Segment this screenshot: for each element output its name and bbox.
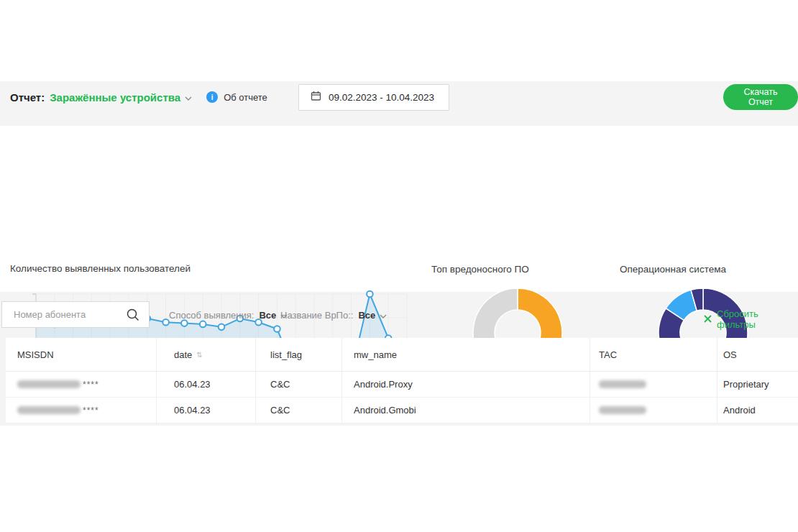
date-range-text: 09.02.2023 - 10.04.2023 xyxy=(329,92,434,103)
dashboard-page: Отчет: Заражённые устройства i Об отчете… xyxy=(0,0,798,532)
about-report[interactable]: i Об отчете xyxy=(206,91,267,103)
search-input[interactable] xyxy=(2,302,123,327)
list-flag-cell: C&C xyxy=(255,398,341,423)
msisdn-blurred xyxy=(17,406,81,414)
table-row: **** 06.04.23 C&C Android.Proxy Propriet… xyxy=(6,372,798,398)
msisdn-mask: **** xyxy=(83,405,99,416)
os-donut-title: Операционная система xyxy=(620,264,726,275)
tac-blurred xyxy=(599,406,646,414)
calendar-icon xyxy=(311,91,321,104)
charts-card: Количество выявленных пользователей 17 м… xyxy=(0,126,798,292)
date-cell: 06.04.23 xyxy=(156,398,255,423)
filter-label: Название ВрПо:: xyxy=(280,310,353,321)
close-icon xyxy=(704,313,712,326)
column-header-tac: TAC xyxy=(590,338,717,371)
msisdn-cell: **** xyxy=(6,398,156,423)
filter-label: Способ выявления: xyxy=(169,310,254,321)
list-flag-cell: C&C xyxy=(255,372,341,397)
table-header-row: MSISDN date ⇅ list_flag mw_name TAC OS xyxy=(6,338,798,372)
tac-cell xyxy=(590,372,717,397)
os-cell: Android xyxy=(717,398,798,423)
chevron-down-icon xyxy=(380,308,387,321)
table-row: **** 06.04.23 C&C Android.Gmobi Android xyxy=(6,398,798,423)
malware-name-filter[interactable]: Название ВрПо:: Все xyxy=(280,308,387,321)
column-header-list-flag: list_flag xyxy=(255,338,341,371)
mw-name-cell: Android.Proxy xyxy=(341,372,590,397)
filter-value: Все xyxy=(358,310,375,321)
malware-donut-title: Топ вредоносного ПО xyxy=(431,264,529,275)
tac-cell xyxy=(590,398,717,423)
infected-devices-table: MSISDN date ⇅ list_flag mw_name TAC OS *… xyxy=(6,338,798,423)
date-range-picker[interactable]: 09.02.2023 - 10.04.2023 xyxy=(298,84,449,111)
sort-icon: ⇅ xyxy=(196,351,202,359)
detection-method-filter[interactable]: Способ выявления: Все xyxy=(169,308,288,321)
mw-name-cell: Android.Gmobi xyxy=(341,398,590,423)
reset-filters-button[interactable]: Сбросить фильтры xyxy=(704,308,798,330)
column-header-os: OS xyxy=(717,338,798,371)
reset-filters-label: Сбросить фильтры xyxy=(717,308,798,330)
date-cell: 06.04.23 xyxy=(156,372,255,397)
report-bar: Отчет: Заражённые устройства i Об отчете xyxy=(10,86,267,108)
about-report-label: Об отчете xyxy=(224,92,267,103)
msisdn-mask: **** xyxy=(83,380,99,390)
msisdn-blurred xyxy=(17,380,81,388)
column-header-date[interactable]: date ⇅ xyxy=(156,338,255,371)
msisdn-cell: **** xyxy=(6,372,156,397)
report-label: Отчет: xyxy=(10,91,45,104)
filter-value: Все xyxy=(259,310,276,321)
os-cell: Proprietary xyxy=(717,372,798,397)
column-header-label: date xyxy=(174,349,192,360)
column-header-mw-name: mw_name xyxy=(341,338,590,371)
column-header-msisdn: MSISDN xyxy=(6,338,156,371)
subscriber-search xyxy=(1,301,150,328)
info-icon: i xyxy=(206,91,218,103)
search-icon[interactable] xyxy=(126,308,140,325)
report-name-dropdown[interactable]: Заражённые устройства xyxy=(50,91,180,104)
line-chart-title: Количество выявленных пользователей xyxy=(10,263,191,274)
download-report-button[interactable]: Скачать Отчет xyxy=(723,84,798,110)
chevron-down-icon xyxy=(185,91,192,104)
tac-blurred xyxy=(599,380,646,388)
